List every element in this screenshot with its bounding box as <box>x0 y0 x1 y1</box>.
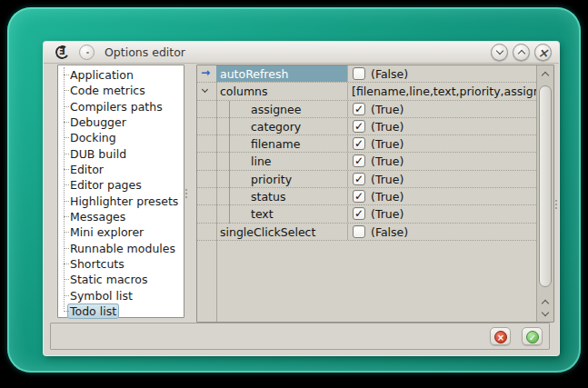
sidebar-item-debugger[interactable]: Debugger <box>58 114 184 130</box>
sidebar-item-label: Runnable modules <box>70 242 175 255</box>
property-row-priority[interactable]: priority✓(True) <box>197 171 536 188</box>
value-text: (True) <box>371 154 404 168</box>
property-grid[interactable]: →autoRefresh(False)columns[filename,line… <box>196 65 554 323</box>
scroll-up-icon[interactable] <box>541 300 548 307</box>
property-name[interactable]: text <box>216 205 348 222</box>
app-logo-icon: Ǝ <box>55 45 71 61</box>
sidebar-item-compilers-paths[interactable]: Compilers paths <box>58 99 184 114</box>
category-tree[interactable]: ApplicationCode metricsCompilers pathsDe… <box>57 65 184 318</box>
sidebar-item-mini-explorer[interactable]: Mini explorer <box>58 224 184 240</box>
value-text: [filename,line,text,priority,assigne <box>352 84 536 98</box>
checkbox-checked[interactable]: ✓ <box>353 103 365 115</box>
property-name[interactable]: priority <box>216 171 348 187</box>
cancel-button[interactable]: × <box>490 327 511 345</box>
gutter-cell <box>197 171 216 187</box>
sidebar-item-label: Compilers paths <box>70 100 163 114</box>
sidebar-item-messages[interactable]: Messages <box>58 209 184 224</box>
value-text: (False) <box>371 66 408 81</box>
property-row-autoRefresh[interactable]: →autoRefresh(False) <box>197 65 536 83</box>
property-value[interactable]: ✓(True) <box>348 188 536 204</box>
property-name[interactable]: line <box>216 153 348 169</box>
property-value[interactable]: (False) <box>348 224 536 240</box>
property-row-singleClickSelect[interactable]: singleClickSelect(False) <box>197 224 536 241</box>
close-button[interactable]: × <box>534 44 552 61</box>
sidebar-item-todo-list[interactable]: Todo list <box>58 303 184 319</box>
window-frame: Ǝ Options editor × ApplicationCode metri… <box>7 7 581 373</box>
sidebar-item-editor-pages[interactable]: Editor pages <box>58 177 184 193</box>
scrollbar-thumb[interactable] <box>539 85 552 287</box>
sidebar-item-docking[interactable]: Docking <box>58 130 184 145</box>
value-text: (True) <box>371 206 404 221</box>
sidebar-item-static-macros[interactable]: Static macros <box>58 272 184 287</box>
chevron-up-icon <box>517 50 524 57</box>
splitter-grip[interactable] <box>185 187 188 200</box>
accept-icon: ✓ <box>526 331 539 343</box>
property-row-assignee[interactable]: assignee✓(True) <box>197 101 536 118</box>
checkbox-checked[interactable]: ✓ <box>353 190 365 203</box>
checkbox-unchecked[interactable] <box>353 225 365 238</box>
vertical-scrollbar[interactable] <box>536 65 553 322</box>
property-value[interactable]: ✓(True) <box>348 171 536 187</box>
sidebar-item-code-metrics[interactable]: Code metrics <box>58 83 184 98</box>
gutter-cell <box>197 188 216 204</box>
chevron-down-icon <box>495 47 503 55</box>
property-value[interactable]: (False) <box>348 65 536 82</box>
sidebar-item-label: Mini explorer <box>70 225 144 239</box>
window-menu-button[interactable] <box>79 45 95 60</box>
property-name[interactable]: status <box>216 188 348 204</box>
right-splitter-grip[interactable] <box>555 198 558 211</box>
property-row-status[interactable]: status✓(True) <box>197 188 536 205</box>
property-row-category[interactable]: category✓(True) <box>197 118 536 135</box>
property-name[interactable]: category <box>216 118 348 134</box>
close-icon: × <box>535 45 551 61</box>
sidebar-item-symbol-list[interactable]: Symbol list <box>58 288 184 303</box>
value-text: (False) <box>371 224 408 239</box>
sidebar-item-runnable-modules[interactable]: Runnable modules <box>58 241 184 256</box>
sidebar-item-label: Docking <box>70 131 116 144</box>
checkbox-checked[interactable]: ✓ <box>353 207 365 220</box>
scroll-up-icon[interactable] <box>541 72 548 79</box>
sidebar-item-application[interactable]: Application <box>58 67 184 83</box>
active-row-arrow-icon: → <box>197 65 216 82</box>
gutter-cell <box>197 118 216 134</box>
property-name[interactable]: autoRefresh <box>216 65 348 82</box>
property-rows-area: →autoRefresh(False)columns[filename,line… <box>197 65 536 322</box>
value-text: (True) <box>371 172 404 186</box>
minimize-button[interactable] <box>491 44 508 61</box>
checkbox-checked[interactable]: ✓ <box>353 173 365 185</box>
property-value[interactable]: ✓(True) <box>348 153 536 169</box>
property-row-line[interactable]: line✓(True) <box>197 153 536 170</box>
scroll-down-icon[interactable] <box>541 309 548 316</box>
maximize-button[interactable] <box>513 44 530 61</box>
footer-panel: × ✓ <box>50 323 550 350</box>
property-value[interactable]: [filename,line,text,priority,assigne <box>348 83 536 99</box>
property-value[interactable]: ✓(True) <box>348 135 536 152</box>
sidebar-item-shortcuts[interactable]: Shortcuts <box>58 256 184 272</box>
sidebar-item-highlighter-presets[interactable]: Highlighter presets <box>58 194 184 209</box>
property-value[interactable]: ✓(True) <box>348 205 536 222</box>
titlebar[interactable]: Ǝ Options editor × <box>44 42 559 64</box>
checkbox-checked[interactable]: ✓ <box>353 154 365 167</box>
property-value[interactable]: ✓(True) <box>348 101 536 117</box>
property-row-text[interactable]: text✓(True) <box>197 205 536 223</box>
sidebar-item-label: Messages <box>70 210 125 224</box>
value-text: (True) <box>371 102 404 116</box>
property-name[interactable]: columns <box>216 83 348 99</box>
gutter-cell <box>197 153 216 169</box>
accept-button[interactable]: ✓ <box>522 327 543 345</box>
property-name[interactable]: assignee <box>216 101 348 117</box>
sidebar-item-label: Editor <box>70 163 104 176</box>
property-name[interactable]: filename <box>216 135 348 152</box>
property-name[interactable]: singleClickSelect <box>216 224 348 240</box>
property-value[interactable]: ✓(True) <box>348 118 536 134</box>
sidebar-item-label: Debugger <box>70 115 126 129</box>
sidebar-item-dub-build[interactable]: DUB build <box>58 146 184 162</box>
sidebar-item-editor[interactable]: Editor <box>58 162 184 177</box>
property-row-columns[interactable]: columns[filename,line,text,priority,assi… <box>197 83 536 100</box>
value-text: (True) <box>371 119 404 134</box>
window-title: Options editor <box>105 45 185 59</box>
property-row-filename[interactable]: filename✓(True) <box>197 135 536 153</box>
checkbox-checked[interactable]: ✓ <box>353 120 365 133</box>
checkbox-unchecked[interactable] <box>353 67 365 80</box>
checkbox-checked[interactable]: ✓ <box>353 137 365 150</box>
